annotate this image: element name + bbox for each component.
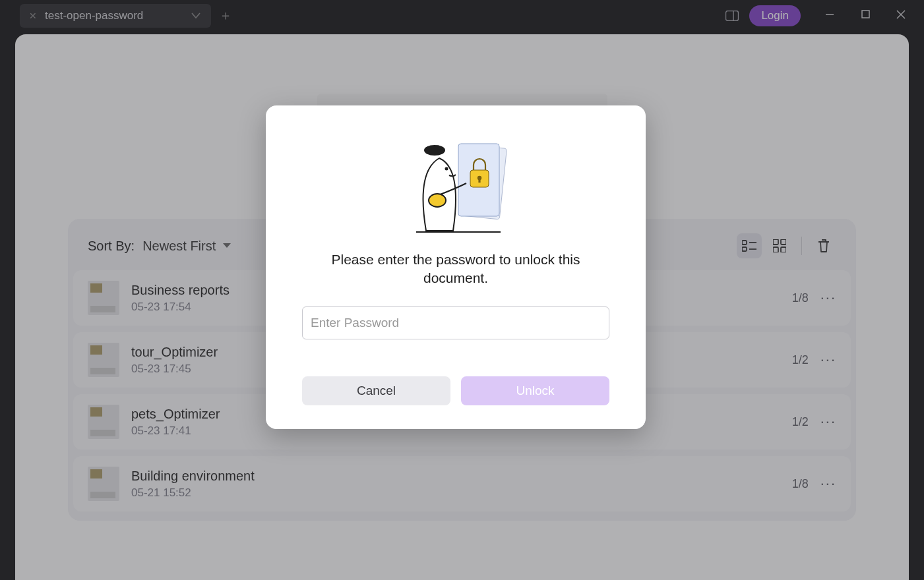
svg-point-27 xyxy=(445,167,448,171)
cancel-button[interactable]: Cancel xyxy=(302,376,450,405)
svg-rect-25 xyxy=(478,178,480,183)
svg-point-28 xyxy=(429,194,446,207)
modal-buttons: Cancel Unlock xyxy=(302,376,609,405)
unlock-button[interactable]: Unlock xyxy=(461,376,609,405)
modal-message: Please enter the password to unlock this… xyxy=(290,250,622,288)
password-input[interactable] xyxy=(302,306,609,339)
password-modal: Please enter the password to unlock this… xyxy=(266,105,646,429)
modal-illustration xyxy=(390,132,522,237)
